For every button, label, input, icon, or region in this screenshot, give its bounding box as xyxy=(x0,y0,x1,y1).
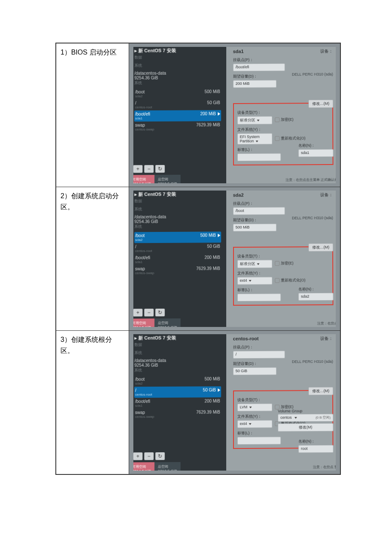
section-header: 系统 xyxy=(134,367,221,373)
mount-input[interactable]: /boot xyxy=(233,207,285,215)
partition-row[interactable]: /centos-root50 GiB xyxy=(134,386,221,398)
vg-modify-button[interactable]: 修改(M) xyxy=(278,423,333,432)
partition-size: 200 MiB xyxy=(205,399,220,407)
capacity-input[interactable]: 50 GiB xyxy=(233,367,277,375)
modify-device-button[interactable]: 修改…(M) xyxy=(308,387,333,395)
encrypt-checkbox[interactable]: 加密(E) xyxy=(275,260,294,266)
partition-properties-panel: sda2挂载点(P)：/boot期望容量(D)：500 MiB设备：DELL P… xyxy=(226,191,336,327)
chevron-right-icon xyxy=(218,234,220,237)
name-input[interactable]: root xyxy=(298,445,333,453)
filesystem-select[interactable]: EFI System Partition xyxy=(237,133,272,145)
device-type-select[interactable]: 标准分区 xyxy=(237,116,272,124)
remove-partition-button[interactable]: − xyxy=(144,165,154,173)
installer-title: ▸ 新 CentOS 7 安装 xyxy=(135,335,221,341)
avail-value: 2014.5 KiB xyxy=(133,469,151,471)
reload-partition-button[interactable]: ↻ xyxy=(156,309,165,316)
partition-mount: /data xyxy=(134,358,144,363)
name-input[interactable]: sda2 xyxy=(298,293,333,301)
partition-row[interactable]: /boot/efisda1200 MiB xyxy=(134,397,221,409)
filesystem-select[interactable]: ext4 xyxy=(237,420,272,428)
partition-device: sda2 xyxy=(135,94,144,98)
partition-mount: / xyxy=(135,388,136,393)
mount-label: 挂载点(P)： xyxy=(233,200,333,206)
partition-size: 200 MiB xyxy=(205,255,220,263)
partition-mount: /boot xyxy=(135,233,144,238)
add-partition-button[interactable]: + xyxy=(133,452,143,460)
partition-row[interactable]: /datacentos-data9254.36 GiB xyxy=(134,70,221,80)
partition-mount: / xyxy=(135,101,136,105)
partition-size: 50 GiB xyxy=(207,244,220,252)
mount-input[interactable]: / xyxy=(233,351,285,359)
partition-mount: swap xyxy=(135,266,145,271)
section-header: 系统 xyxy=(134,80,221,86)
reload-partition-button[interactable]: ↻ xyxy=(156,452,165,460)
mount-input[interactable]: /boot/efi xyxy=(233,64,285,72)
partition-row[interactable]: swapcentos-swap7629.39 MiB xyxy=(134,408,221,420)
partition-mount: /data xyxy=(134,71,144,75)
volume-group-select[interactable]: centos (0 B 空闲) xyxy=(278,414,333,422)
name-label: 名称(N)： xyxy=(298,143,333,148)
total-label: 总空间 xyxy=(158,464,177,469)
name-input[interactable]: sda1 xyxy=(298,149,333,157)
device-type-label: 设备类型(T)： xyxy=(237,253,329,259)
capacity-input[interactable]: 500 MiB xyxy=(233,224,277,231)
modify-device-button[interactable]: 修改…(M) xyxy=(308,100,333,108)
device-type-select[interactable]: LVM xyxy=(237,404,272,411)
label-input[interactable] xyxy=(237,293,281,301)
partition-size: 7629.39 MiB xyxy=(196,266,220,275)
partition-row[interactable]: /centos-root50 GiB xyxy=(134,99,221,110)
avail-value: 2014.5 KiB xyxy=(133,182,151,183)
volume-group-label: Volume Group xyxy=(278,409,333,413)
name-label: 名称(N)： xyxy=(298,286,333,292)
partition-row[interactable]: /boot/efisda1200 MiB xyxy=(134,254,221,265)
partition-row[interactable]: /bootsda2500 MiB xyxy=(134,88,221,99)
section-header: 系统 xyxy=(134,63,221,69)
partition-mount: /boot xyxy=(135,377,144,382)
section-header: 数据 xyxy=(135,342,221,348)
partition-row[interactable]: /boot/efisda1200 MiB xyxy=(134,110,221,121)
partition-device: sda1 xyxy=(135,404,150,408)
reformat-checkbox[interactable]: 重新格式化(O) xyxy=(275,278,306,283)
encrypt-checkbox[interactable]: 加密(E) xyxy=(275,117,294,122)
partition-row[interactable]: /datacentos-data9254.36 GiB xyxy=(134,358,221,367)
avail-label: 可用空间 xyxy=(133,464,151,469)
partition-properties-panel: sda1挂载点(P)：/boot/efi期望容量(D)：200 MiB设备：DE… xyxy=(226,47,336,183)
device-type-select[interactable]: 标准分区 xyxy=(237,260,272,268)
partition-row[interactable]: swapcentos-swap7629.39 MiB xyxy=(134,121,221,133)
selected-partition-name: centos-root xyxy=(233,335,333,341)
selected-partition-name: sda2 xyxy=(233,192,333,197)
total-label: 总空间 xyxy=(158,177,177,182)
note-text: 注意：在您点 要 xyxy=(313,465,336,469)
partition-row[interactable]: swapcentos-swap7629.39 MiB xyxy=(134,265,221,276)
note-text: 注意：在您点 xyxy=(317,321,336,326)
partition-size: 50 GiB xyxy=(207,100,220,109)
add-partition-button[interactable]: + xyxy=(133,165,143,173)
partition-device: centos-swap xyxy=(135,271,154,275)
partition-size: 7629.39 MiB xyxy=(196,122,220,131)
partition-mount: /boot/efi xyxy=(135,399,150,404)
remove-partition-button[interactable]: − xyxy=(144,309,154,316)
partition-device: centos-data xyxy=(144,358,166,363)
partition-list-panel: ▸ 新 CentOS 7 安装数据系统/datacentos-data9254.… xyxy=(133,47,226,183)
modify-device-button[interactable]: 修改…(M) xyxy=(308,243,333,251)
filesystem-select[interactable]: ext4 xyxy=(237,277,272,285)
label-input[interactable] xyxy=(237,436,281,445)
reload-partition-button[interactable]: ↻ xyxy=(156,165,165,173)
partition-row[interactable]: /bootsda2500 MiB xyxy=(134,231,221,243)
partition-row[interactable]: /centos-root50 GiB xyxy=(134,243,221,254)
partition-device: centos-data xyxy=(144,214,166,219)
screenshot-cell: ▸ 新 CentOS 7 安装数据系统/datacentos-data9254.… xyxy=(129,43,341,187)
remove-partition-button[interactable]: − xyxy=(144,452,154,460)
name-label: 名称(N)： xyxy=(298,439,333,444)
partition-mount: /boot/efi xyxy=(135,255,150,260)
partition-row[interactable]: /datacentos-data9254.36 GiB xyxy=(134,214,221,224)
partition-device: centos-root xyxy=(135,393,152,396)
device-name: DELL PERC H310 (sda) xyxy=(292,72,333,76)
device-name: DELL PERC H310 (sda) xyxy=(292,359,333,364)
partition-row[interactable]: /bootsda2500 MiB xyxy=(134,375,221,387)
label-input[interactable] xyxy=(237,153,281,162)
partition-mount: swap xyxy=(135,123,145,127)
add-partition-button[interactable]: + xyxy=(133,309,143,316)
partition-size: 7629.39 MiB xyxy=(196,410,220,418)
capacity-input[interactable]: 200 MiB xyxy=(233,80,277,88)
